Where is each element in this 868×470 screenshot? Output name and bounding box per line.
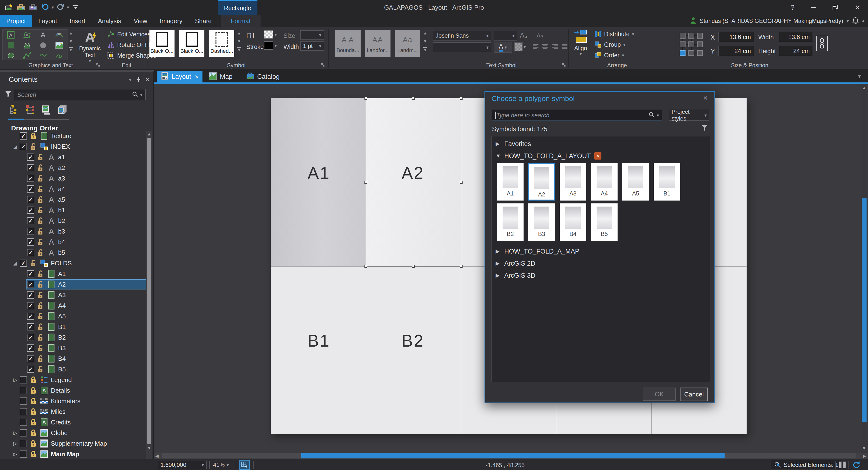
layer-row-b1[interactable]: ✓B1 bbox=[0, 321, 146, 332]
visibility-checkbox[interactable] bbox=[20, 376, 27, 383]
search-icon[interactable] bbox=[648, 112, 655, 119]
help-button[interactable]: ? bbox=[785, 0, 800, 15]
visibility-checkbox[interactable]: ✓ bbox=[27, 196, 34, 203]
undo-icon[interactable] bbox=[39, 2, 51, 12]
save-project-icon[interactable] bbox=[28, 2, 38, 12]
lock-open-icon[interactable] bbox=[36, 334, 44, 341]
visibility-checkbox[interactable] bbox=[20, 419, 27, 426]
polygon-graphic-icon[interactable] bbox=[19, 40, 35, 51]
lock-open-icon[interactable] bbox=[36, 249, 44, 256]
symbol-card-a1[interactable]: A1 bbox=[497, 163, 524, 200]
ribbon-tab-insert[interactable]: Insert bbox=[63, 15, 92, 27]
visibility-checkbox[interactable]: ✓ bbox=[27, 185, 34, 193]
layer-row-globe[interactable]: ▷Globe bbox=[0, 428, 146, 438]
pointer-coordinates[interactable]: -1.465 , 48.255 bbox=[486, 462, 525, 469]
visibility-checkbox[interactable]: ✓ bbox=[27, 366, 34, 373]
document-tab-layout[interactable]: Layout× bbox=[157, 71, 203, 83]
font-color-button[interactable]: A▾ bbox=[494, 42, 512, 53]
search-options-chevron-icon[interactable]: ▾ bbox=[657, 113, 659, 118]
layer-row-details[interactable]: ADetails bbox=[0, 385, 146, 396]
selection-handle[interactable] bbox=[412, 265, 415, 268]
lock-open-icon[interactable] bbox=[36, 344, 44, 352]
visibility-checkbox[interactable]: ✓ bbox=[27, 281, 34, 288]
signed-in-user[interactable]: Staridas (STARIDAS GEOGRAPHY MakingMapsP… bbox=[700, 18, 843, 24]
ribbon-tab-layout[interactable]: Layout bbox=[32, 15, 63, 27]
redo-dropdown-chevron-icon[interactable]: ▾ bbox=[67, 5, 69, 10]
lock-open-icon[interactable] bbox=[36, 217, 44, 225]
rectangle-graphic-icon[interactable] bbox=[3, 40, 19, 51]
expander-closed-icon[interactable]: ▷ bbox=[11, 441, 19, 446]
redo-icon[interactable] bbox=[55, 2, 66, 12]
ribbon-tab-format[interactable]: Format bbox=[221, 15, 260, 27]
lock-closed-icon[interactable] bbox=[29, 450, 37, 458]
visibility-checkbox[interactable] bbox=[20, 450, 27, 458]
symbol-card-a2[interactable]: A2 bbox=[528, 163, 555, 200]
symbol-group-header-arcgis-3d[interactable]: ▶ArcGIS 3D bbox=[492, 270, 710, 282]
selected-elements-chip[interactable]: Selected Elements: 1 bbox=[771, 460, 841, 470]
grow-font-button[interactable]: A▲ bbox=[520, 31, 528, 39]
layer-row-a5[interactable]: ✓A5 bbox=[0, 311, 146, 321]
layer-row-a5[interactable]: ✓Aa5 bbox=[0, 194, 146, 205]
ribbon-tab-share[interactable]: Share bbox=[189, 15, 218, 27]
lock-open-icon[interactable] bbox=[36, 153, 44, 161]
lock-open-icon[interactable] bbox=[36, 355, 44, 363]
canvas-vertical-scrollbar[interactable]: ▲ ▼ bbox=[861, 84, 867, 452]
group-button[interactable]: Group▾ bbox=[594, 41, 625, 48]
snapping-grid-button[interactable] bbox=[239, 460, 250, 470]
lock-closed-icon[interactable] bbox=[29, 132, 37, 139]
selection-handle[interactable] bbox=[365, 265, 367, 268]
ribbon-tab-imagery[interactable]: Imagery bbox=[154, 15, 189, 27]
remove-style-icon[interactable]: × bbox=[594, 152, 601, 160]
font-style-combo[interactable]: ▾ bbox=[433, 42, 491, 52]
symbol-card-b2[interactable]: B2 bbox=[497, 203, 524, 241]
lock-closed-icon[interactable] bbox=[29, 440, 37, 447]
drawing-order-view-icon[interactable] bbox=[7, 104, 20, 117]
lock-open-icon[interactable] bbox=[36, 185, 44, 193]
stroke-width-combo[interactable]: 1 pt▾ bbox=[300, 41, 324, 51]
open-project-icon[interactable] bbox=[16, 2, 27, 12]
new-project-icon[interactable] bbox=[3, 2, 14, 12]
selection-handle[interactable] bbox=[412, 97, 415, 100]
refresh-button[interactable] bbox=[852, 461, 861, 470]
style-filter-combo[interactable]: Project styles▾ bbox=[669, 110, 709, 121]
symbol-card-b1[interactable]: B1 bbox=[654, 163, 680, 200]
restore-button[interactable] bbox=[826, 0, 844, 15]
canvas-horizontal-scrollbar[interactable]: ◀ ▶ bbox=[154, 452, 868, 459]
y-input[interactable]: 24 cm bbox=[718, 46, 754, 56]
panel-pin-icon[interactable] bbox=[136, 76, 141, 84]
font-size-combo[interactable]: ▾ bbox=[494, 31, 517, 40]
layer-row-a3[interactable]: ✓Aa3 bbox=[0, 173, 146, 184]
visibility-checkbox[interactable]: ✓ bbox=[27, 313, 34, 320]
stroke-color-picker[interactable]: ▾ bbox=[264, 41, 277, 50]
ribbon-tab-project[interactable]: Project bbox=[0, 15, 32, 27]
visibility-checkbox[interactable]: ✓ bbox=[27, 344, 34, 352]
vertical-scroll-thumb[interactable] bbox=[862, 198, 867, 422]
font-family-combo[interactable]: Josefin Sans▾ bbox=[433, 31, 491, 40]
layer-row-a4[interactable]: ✓Aa4 bbox=[0, 184, 146, 194]
expander-open-icon[interactable]: ◢ bbox=[11, 260, 19, 266]
undo-dropdown-chevron-icon[interactable]: ▾ bbox=[52, 5, 54, 10]
map-scale-combo[interactable]: 1:600,000▾ bbox=[158, 461, 207, 469]
layer-row-a3[interactable]: ✓A3 bbox=[0, 290, 146, 300]
visibility-checkbox[interactable] bbox=[20, 408, 27, 415]
lock-open-icon[interactable] bbox=[36, 270, 44, 278]
size-combo[interactable]: ▾ bbox=[300, 30, 324, 39]
search-icon[interactable] bbox=[132, 91, 138, 98]
layer-row-b5[interactable]: ✓B5 bbox=[0, 364, 146, 375]
layer-row-b4[interactable]: ✓Ab4 bbox=[0, 237, 146, 247]
dynamic-text-button[interactable]: A Dynamic Text ▾ bbox=[78, 29, 102, 60]
text-symbol-dialog-launcher-icon[interactable] bbox=[562, 63, 567, 68]
visibility-checkbox[interactable] bbox=[20, 440, 27, 447]
lock-closed-icon[interactable] bbox=[29, 408, 37, 415]
lock-open-icon[interactable] bbox=[36, 281, 44, 288]
lock-open-icon[interactable] bbox=[36, 206, 44, 214]
search-options-chevron-icon[interactable]: ▾ bbox=[140, 93, 143, 97]
graphics-gallery-scroll[interactable]: ▲▼▼ bbox=[68, 31, 74, 53]
visibility-checkbox[interactable]: ✓ bbox=[27, 249, 34, 256]
lock-open-icon[interactable] bbox=[36, 175, 44, 182]
layer-row-b3[interactable]: ✓B3 bbox=[0, 343, 146, 353]
visibility-checkbox[interactable] bbox=[20, 387, 27, 394]
symbol-gallery-item[interactable]: Black O... bbox=[179, 30, 205, 57]
fill-color-picker[interactable]: ▾ bbox=[264, 30, 277, 38]
lock-open-icon[interactable] bbox=[36, 312, 44, 320]
